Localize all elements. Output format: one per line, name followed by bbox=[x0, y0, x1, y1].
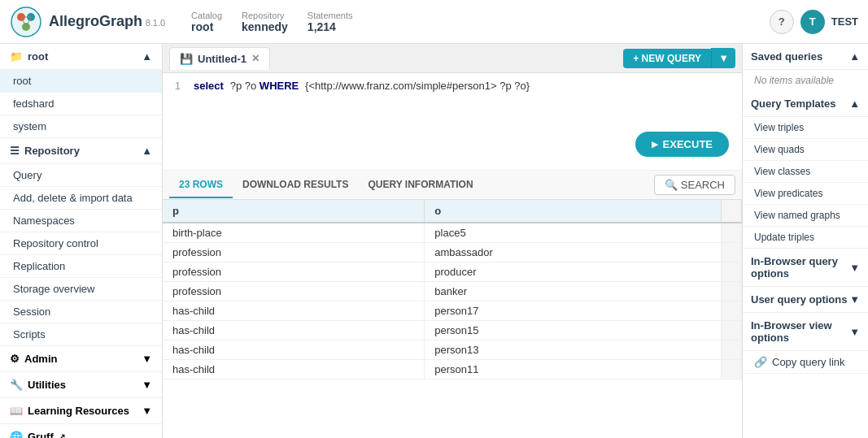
chevron-down-icon5: ▼ bbox=[849, 293, 860, 306]
cell-p: has-child bbox=[163, 321, 425, 340]
sidebar-item-system[interactable]: system bbox=[0, 115, 162, 138]
code-editor[interactable]: 1 select ?p ?o WHERE {<http://www.franz.… bbox=[163, 73, 742, 171]
results-table: p o birth-placeplace5professionambassado… bbox=[163, 200, 742, 379]
chevron-up-icon: ▲ bbox=[142, 50, 152, 63]
table-row: has-childperson11 bbox=[163, 360, 742, 379]
cell-o: person17 bbox=[425, 301, 722, 321]
sidebar-item-query[interactable]: Query bbox=[0, 164, 162, 187]
statements-info: Statements 1,214 bbox=[308, 11, 353, 33]
sidebar-item-repo-control[interactable]: Repository control bbox=[0, 232, 162, 255]
sidebar-item-root[interactable]: root bbox=[0, 70, 162, 93]
in-browser-view-header[interactable]: In-Browser view options ▼ bbox=[743, 313, 868, 351]
user-query-label: User query options bbox=[751, 293, 847, 306]
in-browser-view-label: In-Browser view options bbox=[751, 319, 849, 344]
admin-label: Admin bbox=[24, 353, 57, 365]
sidebar-item-scripts[interactable]: Scripts bbox=[0, 323, 162, 346]
search-icon: 🔍 bbox=[665, 179, 678, 191]
copy-query-link[interactable]: 🔗 Copy query link bbox=[743, 351, 868, 374]
new-query-dropdown[interactable]: ▼ bbox=[711, 48, 735, 68]
template-view-predicates[interactable]: View predicates bbox=[743, 183, 868, 205]
chevron-down-icon2: ▼ bbox=[142, 379, 152, 391]
learning-label: Learning Resources bbox=[28, 405, 129, 417]
scroll-cell bbox=[722, 243, 742, 262]
template-view-classes[interactable]: View classes bbox=[743, 161, 868, 183]
template-update-triples[interactable]: Update triples bbox=[743, 227, 868, 249]
statements-value: 1,214 bbox=[308, 20, 353, 33]
logo-icon bbox=[10, 6, 42, 38]
execute-label: EXECUTE bbox=[663, 138, 713, 150]
query-templates-header[interactable]: Query Templates ▲ bbox=[743, 91, 868, 117]
copy-link-label: Copy query link bbox=[772, 356, 845, 368]
saved-queries-header[interactable]: Saved queries ▲ bbox=[743, 44, 868, 70]
menu-icon: ☰ bbox=[10, 145, 20, 157]
in-browser-query-label: In-Browser query options bbox=[751, 255, 849, 280]
cell-p: birth-place bbox=[163, 223, 425, 243]
search-button[interactable]: 🔍 SEARCH bbox=[654, 175, 735, 195]
user-avatar[interactable]: T bbox=[800, 10, 825, 34]
repository-info: Repository kennedy bbox=[242, 11, 288, 33]
sidebar-item-session[interactable]: Session bbox=[0, 301, 162, 323]
table-row: birth-placeplace5 bbox=[163, 223, 742, 243]
cell-p: profession bbox=[163, 262, 425, 282]
sidebar-item-namespaces[interactable]: Namespaces bbox=[0, 210, 162, 232]
sidebar-learning-group[interactable]: 📖 Learning Resources ▼ bbox=[0, 398, 162, 424]
main-layout: 📁 root ▲ root fedshard system ☰ Reposito… bbox=[0, 44, 868, 438]
play-icon: ▶ bbox=[652, 140, 658, 149]
results-table-container[interactable]: p o birth-placeplace5professionambassado… bbox=[163, 200, 742, 438]
sidebar-admin-group[interactable]: ⚙ Admin ▼ bbox=[0, 346, 162, 372]
template-view-quads[interactable]: View quads bbox=[743, 139, 868, 161]
query-body: {<http://www.franz.com/simple#person1> ?… bbox=[305, 80, 530, 92]
search-area: 🔍 SEARCH bbox=[654, 175, 735, 195]
table-row: professionbanker bbox=[163, 282, 742, 301]
cell-o: banker bbox=[425, 282, 722, 301]
link-icon: 🔗 bbox=[754, 356, 767, 368]
tab-query-info[interactable]: QUERY INFORMATION bbox=[358, 172, 482, 198]
app-name-area: AllegroGraph 8.1.0 bbox=[49, 13, 165, 30]
query-area: 1 select ?p ?o WHERE {<http://www.franz.… bbox=[163, 73, 742, 438]
repository-value: kennedy bbox=[242, 20, 288, 33]
scroll-cell bbox=[722, 282, 742, 301]
catalog-info: Catalog root bbox=[191, 11, 222, 33]
logo-area: AllegroGraph 8.1.0 bbox=[10, 6, 165, 38]
scroll-cell bbox=[722, 301, 742, 321]
sidebar-utilities-group[interactable]: 🔧 Utilities ▼ bbox=[0, 372, 162, 398]
chevron-up-icon4: ▲ bbox=[849, 98, 860, 110]
app-name: AllegroGraph bbox=[49, 13, 142, 29]
sidebar-repository-header[interactable]: ☰ Repository ▲ bbox=[0, 138, 162, 164]
sidebar-item-replication[interactable]: Replication bbox=[0, 255, 162, 278]
catalog-label: Catalog bbox=[191, 11, 222, 20]
tab-rows[interactable]: 23 ROWS bbox=[169, 172, 233, 198]
header: AllegroGraph 8.1.0 Catalog root Reposito… bbox=[0, 0, 868, 44]
results-tabs: 23 ROWS DOWNLOAD RESULTS QUERY INFORMATI… bbox=[163, 171, 742, 200]
cell-o: place5 bbox=[425, 223, 722, 243]
help-button[interactable]: ? bbox=[770, 10, 794, 34]
cell-p: profession bbox=[163, 282, 425, 301]
tab-bar: 💾 Untitled-1 ✕ + NEW QUERY ▼ bbox=[163, 44, 742, 73]
in-browser-query-header[interactable]: In-Browser query options ▼ bbox=[743, 249, 868, 287]
tab-untitled-1[interactable]: 💾 Untitled-1 ✕ bbox=[169, 47, 270, 70]
sidebar-item-storage[interactable]: Storage overview bbox=[0, 278, 162, 301]
template-view-triples[interactable]: View triples bbox=[743, 117, 868, 139]
execute-button[interactable]: ▶ EXECUTE bbox=[635, 132, 729, 157]
sidebar-gruff-item[interactable]: 🌐 Gruff ↗ bbox=[0, 424, 162, 438]
query-vars: ?p ?o bbox=[230, 80, 260, 92]
saved-queries-label: Saved queries bbox=[751, 50, 822, 63]
new-query-button[interactable]: + NEW QUERY bbox=[623, 49, 711, 68]
cell-p: has-child bbox=[163, 340, 425, 360]
tab-label: Untitled-1 bbox=[198, 53, 246, 65]
tools-icon: 🔧 bbox=[10, 379, 23, 391]
keyword-select: select bbox=[194, 80, 224, 92]
tab-download[interactable]: DOWNLOAD RESULTS bbox=[233, 172, 358, 198]
user-query-header[interactable]: User query options ▼ bbox=[743, 287, 868, 313]
user-name: TEST bbox=[831, 15, 858, 28]
table-row: has-childperson13 bbox=[163, 340, 742, 360]
col-header-o: o bbox=[425, 200, 722, 223]
sidebar-item-add-data[interactable]: Add, delete & import data bbox=[0, 187, 162, 210]
sidebar-item-fedshard[interactable]: fedshard bbox=[0, 93, 162, 115]
query-templates-label: Query Templates bbox=[751, 98, 836, 110]
catalog-value: root bbox=[191, 20, 222, 33]
template-view-named-graphs[interactable]: View named graphs bbox=[743, 205, 868, 227]
sidebar-root-header[interactable]: 📁 root ▲ bbox=[0, 44, 162, 70]
results-area: 23 ROWS DOWNLOAD RESULTS QUERY INFORMATI… bbox=[163, 171, 742, 438]
close-icon[interactable]: ✕ bbox=[251, 53, 260, 64]
